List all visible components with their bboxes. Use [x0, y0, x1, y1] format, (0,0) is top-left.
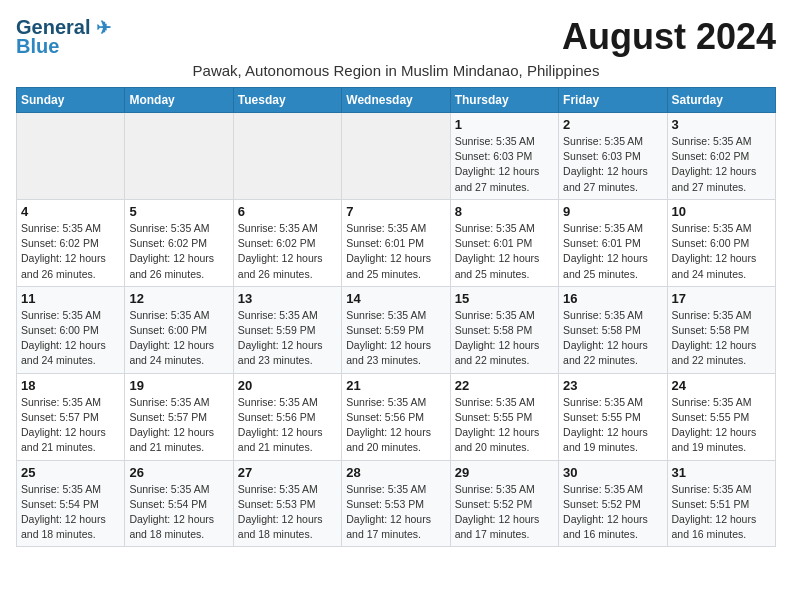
calendar-cell: 17Sunrise: 5:35 AM Sunset: 5:58 PM Dayli…	[667, 286, 775, 373]
day-number: 26	[129, 465, 228, 480]
day-info: Sunrise: 5:35 AM Sunset: 6:00 PM Dayligh…	[129, 308, 228, 369]
day-number: 24	[672, 378, 771, 393]
calendar-cell: 31Sunrise: 5:35 AM Sunset: 5:51 PM Dayli…	[667, 460, 775, 547]
calendar-cell: 1Sunrise: 5:35 AM Sunset: 6:03 PM Daylig…	[450, 113, 558, 200]
calendar-cell	[233, 113, 341, 200]
day-number: 19	[129, 378, 228, 393]
day-info: Sunrise: 5:35 AM Sunset: 5:54 PM Dayligh…	[129, 482, 228, 543]
logo: General ✈ Blue	[16, 16, 111, 58]
day-info: Sunrise: 5:35 AM Sunset: 5:56 PM Dayligh…	[346, 395, 445, 456]
day-number: 11	[21, 291, 120, 306]
calendar-cell: 21Sunrise: 5:35 AM Sunset: 5:56 PM Dayli…	[342, 373, 450, 460]
day-info: Sunrise: 5:35 AM Sunset: 5:54 PM Dayligh…	[21, 482, 120, 543]
day-number: 4	[21, 204, 120, 219]
calendar-cell: 9Sunrise: 5:35 AM Sunset: 6:01 PM Daylig…	[559, 199, 667, 286]
calendar-cell: 23Sunrise: 5:35 AM Sunset: 5:55 PM Dayli…	[559, 373, 667, 460]
day-info: Sunrise: 5:35 AM Sunset: 6:03 PM Dayligh…	[563, 134, 662, 195]
day-number: 13	[238, 291, 337, 306]
location-title: Pawak, Autonomous Region in Muslim Minda…	[16, 62, 776, 79]
logo-blue: Blue	[16, 35, 59, 58]
calendar-cell: 25Sunrise: 5:35 AM Sunset: 5:54 PM Dayli…	[17, 460, 125, 547]
calendar-cell: 6Sunrise: 5:35 AM Sunset: 6:02 PM Daylig…	[233, 199, 341, 286]
day-number: 23	[563, 378, 662, 393]
day-info: Sunrise: 5:35 AM Sunset: 6:03 PM Dayligh…	[455, 134, 554, 195]
calendar-cell: 2Sunrise: 5:35 AM Sunset: 6:03 PM Daylig…	[559, 113, 667, 200]
week-row-2: 4Sunrise: 5:35 AM Sunset: 6:02 PM Daylig…	[17, 199, 776, 286]
day-info: Sunrise: 5:35 AM Sunset: 6:00 PM Dayligh…	[672, 221, 771, 282]
calendar-cell: 29Sunrise: 5:35 AM Sunset: 5:52 PM Dayli…	[450, 460, 558, 547]
week-row-4: 18Sunrise: 5:35 AM Sunset: 5:57 PM Dayli…	[17, 373, 776, 460]
day-number: 27	[238, 465, 337, 480]
calendar-cell: 11Sunrise: 5:35 AM Sunset: 6:00 PM Dayli…	[17, 286, 125, 373]
day-number: 8	[455, 204, 554, 219]
week-row-1: 1Sunrise: 5:35 AM Sunset: 6:03 PM Daylig…	[17, 113, 776, 200]
calendar-cell	[125, 113, 233, 200]
calendar-cell: 5Sunrise: 5:35 AM Sunset: 6:02 PM Daylig…	[125, 199, 233, 286]
day-number: 25	[21, 465, 120, 480]
day-info: Sunrise: 5:35 AM Sunset: 5:55 PM Dayligh…	[672, 395, 771, 456]
day-info: Sunrise: 5:35 AM Sunset: 5:59 PM Dayligh…	[346, 308, 445, 369]
day-number: 7	[346, 204, 445, 219]
day-number: 28	[346, 465, 445, 480]
day-number: 3	[672, 117, 771, 132]
calendar-cell: 19Sunrise: 5:35 AM Sunset: 5:57 PM Dayli…	[125, 373, 233, 460]
calendar-cell: 18Sunrise: 5:35 AM Sunset: 5:57 PM Dayli…	[17, 373, 125, 460]
day-header-thursday: Thursday	[450, 88, 558, 113]
week-row-5: 25Sunrise: 5:35 AM Sunset: 5:54 PM Dayli…	[17, 460, 776, 547]
calendar-cell: 3Sunrise: 5:35 AM Sunset: 6:02 PM Daylig…	[667, 113, 775, 200]
day-number: 31	[672, 465, 771, 480]
day-info: Sunrise: 5:35 AM Sunset: 6:01 PM Dayligh…	[563, 221, 662, 282]
day-number: 10	[672, 204, 771, 219]
day-header-sunday: Sunday	[17, 88, 125, 113]
calendar-cell: 10Sunrise: 5:35 AM Sunset: 6:00 PM Dayli…	[667, 199, 775, 286]
day-info: Sunrise: 5:35 AM Sunset: 5:55 PM Dayligh…	[563, 395, 662, 456]
day-info: Sunrise: 5:35 AM Sunset: 6:02 PM Dayligh…	[129, 221, 228, 282]
day-info: Sunrise: 5:35 AM Sunset: 5:53 PM Dayligh…	[238, 482, 337, 543]
day-info: Sunrise: 5:35 AM Sunset: 5:51 PM Dayligh…	[672, 482, 771, 543]
calendar-cell: 13Sunrise: 5:35 AM Sunset: 5:59 PM Dayli…	[233, 286, 341, 373]
calendar-cell: 30Sunrise: 5:35 AM Sunset: 5:52 PM Dayli…	[559, 460, 667, 547]
day-number: 20	[238, 378, 337, 393]
day-number: 16	[563, 291, 662, 306]
days-header-row: SundayMondayTuesdayWednesdayThursdayFrid…	[17, 88, 776, 113]
day-header-friday: Friday	[559, 88, 667, 113]
day-number: 5	[129, 204, 228, 219]
calendar-cell: 8Sunrise: 5:35 AM Sunset: 6:01 PM Daylig…	[450, 199, 558, 286]
day-info: Sunrise: 5:35 AM Sunset: 5:58 PM Dayligh…	[672, 308, 771, 369]
day-header-monday: Monday	[125, 88, 233, 113]
day-info: Sunrise: 5:35 AM Sunset: 5:59 PM Dayligh…	[238, 308, 337, 369]
day-info: Sunrise: 5:35 AM Sunset: 5:58 PM Dayligh…	[563, 308, 662, 369]
day-number: 12	[129, 291, 228, 306]
month-title: August 2024	[562, 16, 776, 58]
calendar-cell: 26Sunrise: 5:35 AM Sunset: 5:54 PM Dayli…	[125, 460, 233, 547]
day-number: 14	[346, 291, 445, 306]
day-number: 2	[563, 117, 662, 132]
calendar-cell: 24Sunrise: 5:35 AM Sunset: 5:55 PM Dayli…	[667, 373, 775, 460]
day-header-wednesday: Wednesday	[342, 88, 450, 113]
calendar-cell: 15Sunrise: 5:35 AM Sunset: 5:58 PM Dayli…	[450, 286, 558, 373]
calendar-cell: 4Sunrise: 5:35 AM Sunset: 6:02 PM Daylig…	[17, 199, 125, 286]
day-info: Sunrise: 5:35 AM Sunset: 6:01 PM Dayligh…	[455, 221, 554, 282]
day-info: Sunrise: 5:35 AM Sunset: 5:56 PM Dayligh…	[238, 395, 337, 456]
calendar-table: SundayMondayTuesdayWednesdayThursdayFrid…	[16, 87, 776, 547]
calendar-cell: 27Sunrise: 5:35 AM Sunset: 5:53 PM Dayli…	[233, 460, 341, 547]
day-number: 17	[672, 291, 771, 306]
day-number: 29	[455, 465, 554, 480]
calendar-cell	[342, 113, 450, 200]
calendar-cell: 16Sunrise: 5:35 AM Sunset: 5:58 PM Dayli…	[559, 286, 667, 373]
day-info: Sunrise: 5:35 AM Sunset: 5:57 PM Dayligh…	[21, 395, 120, 456]
calendar-cell: 14Sunrise: 5:35 AM Sunset: 5:59 PM Dayli…	[342, 286, 450, 373]
calendar-cell: 7Sunrise: 5:35 AM Sunset: 6:01 PM Daylig…	[342, 199, 450, 286]
day-number: 30	[563, 465, 662, 480]
calendar-cell: 28Sunrise: 5:35 AM Sunset: 5:53 PM Dayli…	[342, 460, 450, 547]
day-info: Sunrise: 5:35 AM Sunset: 5:52 PM Dayligh…	[455, 482, 554, 543]
day-info: Sunrise: 5:35 AM Sunset: 6:02 PM Dayligh…	[672, 134, 771, 195]
day-info: Sunrise: 5:35 AM Sunset: 5:52 PM Dayligh…	[563, 482, 662, 543]
day-number: 6	[238, 204, 337, 219]
day-info: Sunrise: 5:35 AM Sunset: 5:58 PM Dayligh…	[455, 308, 554, 369]
day-info: Sunrise: 5:35 AM Sunset: 6:02 PM Dayligh…	[21, 221, 120, 282]
day-info: Sunrise: 5:35 AM Sunset: 6:02 PM Dayligh…	[238, 221, 337, 282]
day-info: Sunrise: 5:35 AM Sunset: 6:01 PM Dayligh…	[346, 221, 445, 282]
day-number: 21	[346, 378, 445, 393]
day-number: 15	[455, 291, 554, 306]
